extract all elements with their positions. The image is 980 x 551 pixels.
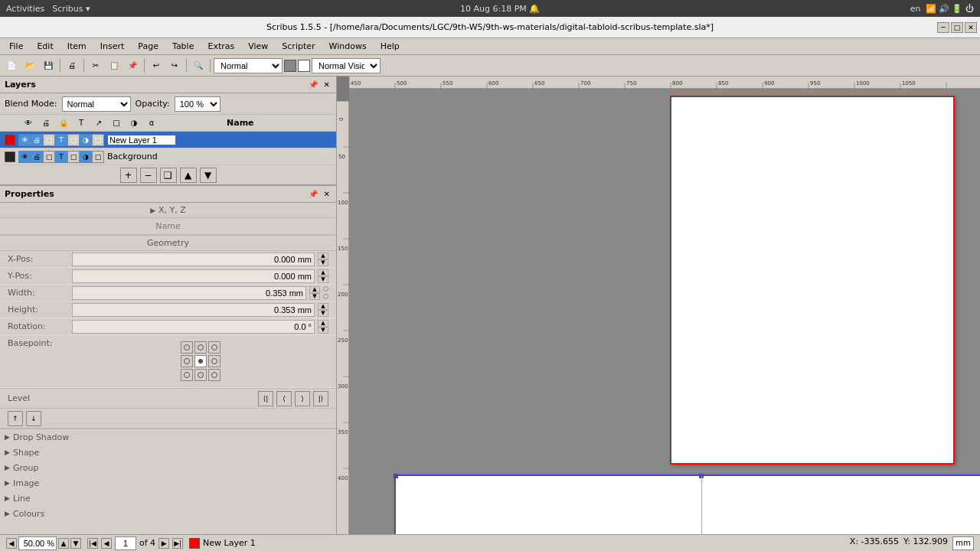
rotation-input[interactable] bbox=[72, 320, 315, 334]
layer-name-input-1[interactable] bbox=[107, 135, 176, 145]
width-down[interactable]: ▼ bbox=[309, 293, 320, 300]
layer-textflow-2[interactable]: T bbox=[55, 151, 67, 163]
rotation-down[interactable]: ▼ bbox=[318, 327, 328, 334]
layer-print-1[interactable]: 🖨 bbox=[31, 134, 43, 146]
colours-section[interactable]: ▶ Colours bbox=[0, 506, 336, 521]
tb-paste[interactable]: 📌 bbox=[124, 57, 141, 74]
layer-blend-2[interactable]: ◑ bbox=[80, 151, 92, 163]
zoom-down-button[interactable]: ▼ bbox=[70, 538, 81, 549]
menu-help[interactable]: Help bbox=[374, 40, 406, 53]
width-input[interactable] bbox=[72, 286, 306, 300]
xpos-spinner[interactable]: ▲ ▼ bbox=[318, 253, 328, 266]
maximize-button[interactable]: □ bbox=[951, 22, 963, 33]
layer-row-2[interactable]: 👁 🖨 □ T □ ◑ □ Background bbox=[0, 148, 336, 165]
height-up[interactable]: ▲ bbox=[318, 303, 328, 310]
tb-print[interactable]: 🖨 bbox=[64, 57, 80, 74]
layer-add-button[interactable]: + bbox=[120, 168, 137, 183]
app-indicator[interactable]: Scribus ▾ bbox=[52, 4, 90, 14]
minimize-button[interactable]: ─ bbox=[937, 22, 949, 33]
menu-windows[interactable]: Windows bbox=[323, 40, 373, 53]
layer-select-1[interactable]: □ bbox=[67, 134, 80, 146]
menu-view[interactable]: View bbox=[242, 40, 274, 53]
layers-pin-icon[interactable]: 📌 bbox=[307, 79, 319, 90]
canvas-scroll-area[interactable] bbox=[349, 89, 980, 534]
width-up[interactable]: ▲ bbox=[309, 286, 320, 293]
bp-topmid[interactable] bbox=[194, 341, 207, 354]
tb-redo[interactable]: ↪ bbox=[166, 57, 183, 74]
shape-section[interactable]: ▶ Shape bbox=[0, 445, 336, 460]
zoom-input[interactable] bbox=[18, 536, 57, 550]
level-btn2[interactable]: ⟨ bbox=[276, 391, 292, 406]
bp-center[interactable] bbox=[194, 355, 207, 367]
layer-lock-2[interactable]: □ bbox=[43, 151, 55, 163]
layer-duplicate-button[interactable]: ❑ bbox=[160, 168, 177, 183]
layers-close-icon[interactable]: ✕ bbox=[322, 79, 332, 90]
layer-extra-2[interactable]: □ bbox=[92, 151, 104, 163]
dropshadow-section[interactable]: ▶ Drop Shadow bbox=[0, 429, 336, 445]
menu-file[interactable]: File bbox=[3, 40, 29, 53]
tb-color1[interactable] bbox=[284, 60, 296, 72]
zoom-out-button[interactable]: ◀ bbox=[6, 538, 17, 549]
tb-zoomin[interactable]: 🔍 bbox=[190, 57, 207, 74]
level-arr2[interactable]: ↓ bbox=[26, 411, 41, 426]
layer-select-2[interactable]: □ bbox=[67, 151, 80, 163]
menu-item[interactable]: Item bbox=[61, 40, 93, 53]
layer-down-button[interactable]: ▼ bbox=[200, 168, 217, 183]
ypos-down[interactable]: ▼ bbox=[318, 276, 328, 283]
properties-pin-icon[interactable]: 📌 bbox=[307, 188, 319, 200]
xpos-down[interactable]: ▼ bbox=[318, 259, 328, 266]
layer-lock-1[interactable]: □ bbox=[43, 134, 55, 146]
canvas-area[interactable]: 450 500 550 600 650 700 750 800 850 900 bbox=[337, 77, 980, 534]
opacity-select[interactable]: 100 % 75 % 50 % bbox=[175, 96, 220, 112]
layer-extra-1[interactable]: □ bbox=[92, 134, 104, 146]
bp-midright[interactable] bbox=[208, 355, 220, 367]
layer-visibility-1[interactable]: 👁 bbox=[18, 134, 31, 146]
level-btn3[interactable]: ⟩ bbox=[295, 391, 310, 406]
tb-save[interactable]: 💾 bbox=[40, 57, 57, 74]
bp-botleft[interactable] bbox=[181, 369, 193, 381]
page-next-button[interactable]: ▶ bbox=[158, 538, 169, 549]
layer-row-1[interactable]: 👁 🖨 □ T □ ◑ □ bbox=[0, 132, 336, 148]
blend-mode-select[interactable]: Normal Multiply Screen bbox=[62, 96, 131, 112]
tb-new[interactable]: 📄 bbox=[3, 57, 20, 74]
height-input[interactable] bbox=[72, 303, 315, 317]
bp-botmid[interactable] bbox=[194, 369, 207, 381]
level-btn1[interactable]: ⟨| bbox=[258, 391, 273, 406]
bp-topleft[interactable] bbox=[181, 341, 193, 354]
menu-scripter[interactable]: Scripter bbox=[276, 40, 321, 53]
tb-color2[interactable] bbox=[298, 60, 310, 72]
bp-midleft[interactable] bbox=[181, 355, 193, 367]
page-number-input[interactable] bbox=[115, 536, 136, 550]
vision-select[interactable]: Normal Vision bbox=[312, 58, 381, 73]
line-section[interactable]: ▶ Line bbox=[0, 491, 336, 506]
page-prev-button[interactable]: ◀ bbox=[101, 538, 112, 549]
height-down[interactable]: ▼ bbox=[318, 310, 328, 317]
mode-select[interactable]: Normal Preview bbox=[214, 58, 283, 73]
activities-label[interactable]: Activities bbox=[6, 4, 44, 14]
tb-undo[interactable]: ↩ bbox=[148, 57, 165, 74]
xpos-input[interactable] bbox=[72, 253, 315, 266]
page-first-button[interactable]: |◀ bbox=[87, 538, 98, 549]
bp-botright[interactable] bbox=[208, 369, 220, 381]
zoom-up-button[interactable]: ▲ bbox=[58, 538, 69, 549]
tb-cut[interactable]: ✂ bbox=[87, 57, 104, 74]
rotation-up[interactable]: ▲ bbox=[318, 320, 328, 327]
ypos-input[interactable] bbox=[72, 269, 315, 283]
layer-textflow-1[interactable]: T bbox=[55, 134, 67, 146]
tb-open[interactable]: 📂 bbox=[21, 57, 38, 74]
layer-print-2[interactable]: 🖨 bbox=[31, 151, 43, 163]
layer-blend-1[interactable]: ◑ bbox=[80, 134, 92, 146]
group-section[interactable]: ▶ Group bbox=[0, 460, 336, 475]
menu-edit[interactable]: Edit bbox=[31, 40, 59, 53]
tb-copy[interactable]: 📋 bbox=[106, 57, 122, 74]
properties-close-icon[interactable]: ✕ bbox=[322, 188, 332, 200]
menu-table[interactable]: Table bbox=[166, 40, 200, 53]
close-button[interactable]: ✕ bbox=[965, 22, 977, 33]
menu-page[interactable]: Page bbox=[132, 40, 165, 53]
chain-icon[interactable]: ⬡ ⬡ bbox=[323, 285, 328, 300]
xpos-up[interactable]: ▲ bbox=[318, 253, 328, 259]
image-section[interactable]: ▶ Image bbox=[0, 475, 336, 491]
menu-extras[interactable]: Extras bbox=[201, 40, 240, 53]
rotation-spinner[interactable]: ▲ ▼ bbox=[318, 320, 328, 334]
level-btn4[interactable]: |⟩ bbox=[313, 391, 328, 406]
